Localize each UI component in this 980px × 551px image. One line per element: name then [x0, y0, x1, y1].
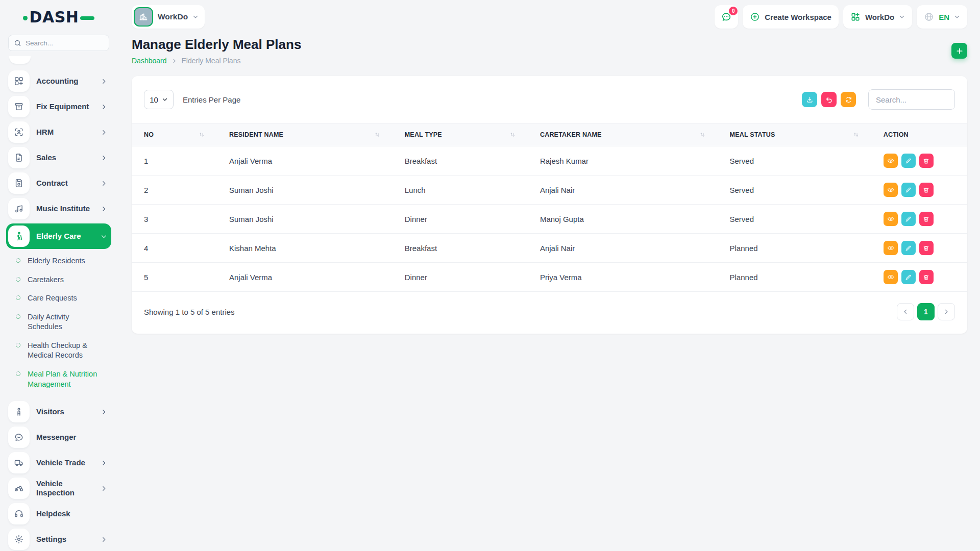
view-button[interactable] [884, 183, 898, 197]
globe-icon [924, 12, 934, 22]
chevron-down-icon [162, 96, 168, 103]
sidebar-item-settings[interactable]: Settings [8, 529, 109, 550]
column-header-caretaker-name[interactable]: CARETAKER NAME [528, 123, 718, 146]
submenu-item-care-requests[interactable]: Care Requests [16, 293, 109, 304]
bullet-icon [15, 276, 21, 283]
chat-bubble-icon [8, 427, 30, 448]
sidebar-item-music-institute[interactable]: Music Institute [8, 198, 109, 219]
sidebar-item-label: Fix Equipment [36, 102, 94, 111]
sidebar-item-label: HRM [36, 128, 94, 137]
sort-icon [853, 132, 859, 138]
cell-caretaker: Priya Verma [528, 263, 718, 292]
grid-plus-icon [850, 12, 861, 22]
app-logo[interactable]: DASH [8, 7, 109, 28]
cell-caretaker: Anjali Nair [528, 176, 718, 205]
sidebar: DASH Accounting Fix Equipment [0, 0, 117, 551]
previous-page-button[interactable] [897, 303, 914, 320]
sidebar-item-label: Sales [36, 153, 94, 162]
edit-button[interactable] [901, 154, 916, 168]
cell-status: Served [718, 146, 871, 176]
sort-icon [374, 132, 380, 138]
elderly-care-submenu: Elderly Residents Caretakers Care Reques… [8, 253, 109, 401]
page-number-button[interactable]: 1 [917, 303, 935, 320]
truck-icon [8, 452, 30, 473]
view-button[interactable] [884, 270, 898, 284]
sidebar-search[interactable] [8, 35, 109, 51]
table-search[interactable] [868, 89, 955, 110]
language-selector[interactable]: EN [917, 5, 967, 29]
create-meal-plan-button[interactable] [951, 43, 967, 59]
cell-meal-type: Breakfast [393, 146, 528, 176]
delete-button[interactable] [919, 212, 934, 226]
table-search-input[interactable] [868, 89, 955, 110]
entries-per-page-select[interactable]: 10 [144, 90, 174, 109]
cell-status: Served [718, 205, 871, 234]
breadcrumb-dashboard-link[interactable]: Dashboard [132, 57, 167, 65]
music-note-icon [8, 198, 30, 219]
sort-icon [699, 132, 705, 138]
eye-icon [887, 244, 894, 252]
next-page-button[interactable] [938, 303, 955, 320]
chevron-right-icon [943, 309, 949, 315]
sidebar-item-elderly-care[interactable]: Elderly Care [6, 223, 111, 249]
sidebar-item-label: Elderly Care [36, 232, 94, 241]
chevron-down-icon [192, 14, 199, 20]
sidebar-nav: Accounting Fix Equipment HRM Sales [8, 70, 109, 551]
submenu-item-caretakers[interactable]: Caretakers [16, 275, 109, 285]
sidebar-item-accounting[interactable]: Accounting [8, 70, 109, 92]
table-controls: 10 Entries Per Page [132, 76, 967, 123]
edit-button[interactable] [901, 212, 916, 226]
export-button[interactable] [802, 92, 817, 107]
delete-button[interactable] [919, 270, 934, 284]
edit-button[interactable] [901, 270, 916, 284]
trash-icon [923, 245, 929, 252]
chevron-right-icon [101, 78, 107, 85]
cell-resident: Suman Joshi [217, 205, 393, 234]
logo-dash-icon [80, 16, 94, 20]
cell-meal-type: Dinner [393, 263, 528, 292]
view-button[interactable] [884, 241, 898, 255]
delete-button[interactable] [919, 183, 934, 197]
sidebar-item-label: Settings [36, 535, 94, 544]
sidebar-item-sales[interactable]: Sales [8, 147, 109, 168]
sidebar-item-fix-equipment[interactable]: Fix Equipment [8, 96, 109, 117]
delete-button[interactable] [919, 154, 934, 168]
bullet-icon [15, 342, 21, 348]
edit-button[interactable] [901, 183, 916, 197]
cell-status: Planned [718, 263, 871, 292]
column-header-meal-type[interactable]: MEAL TYPE [393, 123, 528, 146]
column-header-meal-status[interactable]: MEAL STATUS [718, 123, 871, 146]
submenu-item-health-checkup[interactable]: Health Checkup & Medical Records [16, 341, 109, 361]
sidebar-item-helpdesk[interactable]: Helpdesk [8, 503, 109, 524]
trash-icon [923, 274, 929, 281]
sidebar-item-messenger[interactable]: Messenger [8, 427, 109, 448]
column-header-no[interactable]: NO [132, 123, 217, 146]
submenu-item-meal-plan[interactable]: Meal Plan & Nutrition Management [16, 369, 109, 389]
cell-caretaker: Manoj Gupta [528, 205, 718, 234]
undo-button[interactable] [821, 92, 837, 107]
submenu-item-elderly-residents[interactable]: Elderly Residents [16, 256, 109, 266]
edit-button[interactable] [901, 241, 916, 255]
sidebar-item-hrm[interactable]: HRM [8, 121, 109, 143]
refresh-button[interactable] [841, 92, 856, 107]
notifications-button[interactable]: 0 [715, 5, 738, 29]
view-button[interactable] [884, 154, 898, 168]
sidebar-item-vehicle-trade[interactable]: Vehicle Trade [8, 452, 109, 473]
sidebar-item-vehicle-inspection[interactable]: Vehicle Inspection [8, 478, 109, 499]
sidebar-item-label: Vehicle Inspection [36, 479, 94, 497]
column-header-resident-name[interactable]: RESIDENT NAME [217, 123, 393, 146]
chevron-right-icon [101, 409, 107, 415]
sidebar-item-visitors[interactable]: Visitors [8, 401, 109, 422]
create-workspace-button[interactable]: Create Workspace [743, 5, 839, 29]
entries-summary: Showing 1 to 5 of 5 entries [144, 308, 235, 316]
submenu-item-daily-activity-schedules[interactable]: Daily Activity Schedules [16, 312, 109, 332]
delete-button[interactable] [919, 241, 934, 255]
apps-menu-button[interactable]: WorkDo [843, 5, 912, 29]
workspace-selector[interactable]: WorkDo [132, 5, 205, 29]
sidebar-item-contract[interactable]: Contract [8, 172, 109, 194]
sidebar-search-input[interactable] [26, 39, 104, 47]
plus-icon [955, 47, 964, 55]
page-title: Manage Elderly Meal Plans [132, 37, 301, 53]
view-button[interactable] [884, 212, 898, 226]
eye-icon [887, 186, 894, 193]
